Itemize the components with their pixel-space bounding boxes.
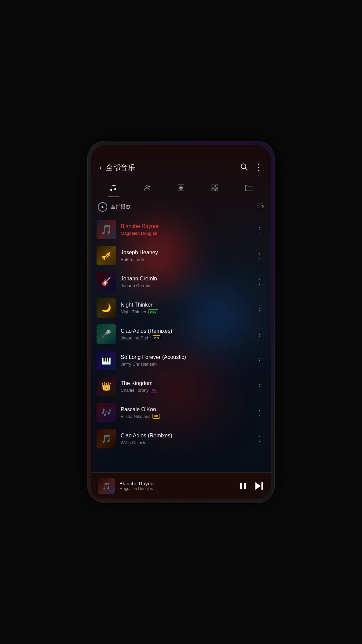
song-artwork: 👑: [97, 377, 116, 396]
list-item[interactable]: 🎹 So Long Forever (Acoustic) Jeffry Chri…: [91, 347, 271, 373]
nav-tabs: [91, 178, 271, 197]
next-button[interactable]: [254, 481, 264, 491]
song-artist: Night Thinker: [121, 309, 146, 314]
song-info: Ciao Adios (Remixes) Willis Osinski: [121, 433, 249, 445]
svg-point-2: [110, 189, 112, 191]
song-info: Blanche Raynor Magdalen Douglas: [121, 223, 249, 236]
song-artist: Willis Osinski: [121, 440, 146, 445]
list-item[interactable]: 🎵 Ciao Adios (Remixes) Willis Osinski ⋮: [91, 426, 271, 452]
back-button[interactable]: ‹: [99, 163, 102, 172]
song-title: Ciao Adios (Remixes): [121, 433, 249, 439]
list-item[interactable]: 🎶 Pascale O'Kon Elisha Nikolaus HR ⋮: [91, 399, 271, 426]
song-title: The Kingdom: [121, 380, 249, 386]
song-title: Blanche Raynor: [121, 223, 249, 229]
song-info: Pascale O'Kon Elisha Nikolaus HR: [121, 407, 249, 419]
song-info: Joseph Heaney Buford Terry: [121, 250, 249, 262]
search-button[interactable]: [240, 163, 248, 172]
song-title: Joseph Heaney: [121, 250, 249, 256]
song-title: Johann Cremin: [121, 276, 249, 282]
song-more-button[interactable]: ⋮: [253, 276, 265, 287]
song-artwork: 🎺: [97, 246, 116, 265]
song-title: Night Thinker: [121, 302, 249, 308]
song-title: Pascale O'Kon: [121, 407, 249, 413]
song-list: 🎵 Blanche Raynor Magdalen Douglas ⋮ 🎺: [91, 216, 271, 499]
quality-badge-hr: HR: [153, 414, 160, 419]
person-icon: [143, 183, 152, 194]
song-more-button[interactable]: ⋮: [253, 355, 265, 366]
svg-point-3: [114, 188, 116, 190]
now-playing-artist: Magdalen Douglas: [119, 486, 233, 491]
song-info: The Kingdom Charlie Torphy SQ: [121, 380, 249, 393]
song-artist: Magdalen Douglas: [121, 231, 157, 236]
svg-rect-15: [240, 483, 242, 489]
now-playing-title: Blanche Raynor: [119, 481, 233, 486]
svg-line-1: [245, 168, 248, 170]
song-artist: Jeffry Christiansen: [121, 362, 157, 367]
svg-point-7: [180, 187, 182, 189]
song-more-button[interactable]: ⋮: [253, 303, 265, 313]
quality-badge-sq: SQ: [151, 388, 158, 392]
song-more-button[interactable]: ⋮: [253, 250, 265, 261]
song-artwork: 🎶: [97, 403, 116, 422]
song-title: Ciao Adios (Remixes): [121, 328, 249, 334]
song-artwork: 🎹: [97, 351, 116, 370]
list-item[interactable]: 👑 The Kingdom Charlie Torphy SQ ⋮: [91, 373, 271, 399]
svg-rect-10: [212, 189, 214, 191]
song-artwork: 🌙: [97, 298, 116, 318]
song-more-button[interactable]: ⋮: [253, 433, 265, 444]
tab-artists[interactable]: [137, 181, 157, 197]
song-artwork: 🎵: [97, 220, 116, 239]
svg-marker-17: [255, 482, 261, 490]
song-info: Night Thinker Night Thinker DSD: [121, 302, 249, 314]
song-title: So Long Forever (Acoustic): [121, 354, 249, 360]
list-item[interactable]: 🌙 Night Thinker Night Thinker DSD ⋮: [91, 295, 271, 321]
song-more-button[interactable]: ⋮: [253, 224, 265, 235]
grid-icon: [210, 183, 219, 194]
now-playing-bar[interactable]: 🎵 Blanche Raynor Magdalen Douglas: [91, 472, 271, 499]
list-item[interactable]: 🎺 Joseph Heaney Buford Terry ⋮: [91, 243, 271, 269]
play-all-bar: 全部播放: [91, 197, 271, 216]
tab-songs[interactable]: [104, 181, 123, 197]
svg-point-4: [146, 185, 148, 188]
tab-albums[interactable]: [171, 181, 191, 197]
folder-icon: [244, 183, 253, 194]
music-note-icon: [109, 183, 118, 194]
song-info: Ciao Adios (Remixes) Jaqueline Stehr HR: [121, 328, 249, 340]
play-all-button[interactable]: [98, 202, 107, 212]
tab-folders[interactable]: [239, 181, 258, 197]
pause-button[interactable]: [237, 481, 248, 491]
disc-icon: [177, 183, 185, 194]
play-all-label: 全部播放: [111, 204, 131, 210]
song-artist: Jaqueline Stehr: [121, 335, 151, 340]
svg-rect-16: [244, 483, 246, 489]
more-options-button[interactable]: ⋮: [254, 162, 263, 173]
player-controls: [237, 481, 264, 491]
song-more-button[interactable]: ⋮: [253, 381, 265, 392]
song-more-button[interactable]: ⋮: [253, 407, 265, 418]
song-artist: Buford Terry: [121, 257, 144, 262]
list-item[interactable]: 🎤 Ciao Adios (Remixes) Jaqueline Stehr H…: [91, 321, 271, 347]
song-info: So Long Forever (Acoustic) Jeffry Christ…: [121, 354, 249, 367]
song-artist: Elisha Nikolaus: [121, 414, 150, 419]
svg-rect-11: [216, 189, 218, 191]
list-item[interactable]: 🎵 Blanche Raynor Magdalen Douglas ⋮: [91, 216, 271, 243]
quality-badge-hr: HR: [153, 335, 160, 340]
song-artwork: 🎸: [97, 272, 116, 291]
list-item[interactable]: 🎸 Johann Cremin Johann Cremin ⋮: [91, 269, 271, 295]
now-playing-artwork: 🎵: [98, 478, 115, 494]
sort-button[interactable]: [256, 202, 264, 212]
header: ‹ 全部音乐 ⋮: [91, 145, 271, 178]
now-playing-info: Blanche Raynor Magdalen Douglas: [119, 481, 233, 491]
song-artwork: 🎵: [97, 429, 116, 448]
quality-badge-dsd: DSD: [148, 309, 158, 314]
song-artist: Charlie Torphy: [121, 388, 149, 393]
song-more-button[interactable]: ⋮: [253, 329, 265, 339]
svg-rect-9: [216, 185, 218, 187]
svg-rect-18: [261, 482, 263, 490]
song-info: Johann Cremin Johann Cremin: [121, 276, 249, 288]
tab-playlists[interactable]: [205, 181, 225, 197]
song-artist: Johann Cremin: [121, 283, 150, 288]
song-artwork: 🎤: [97, 324, 116, 344]
page-title: 全部音乐: [106, 163, 135, 173]
svg-rect-8: [212, 185, 214, 187]
